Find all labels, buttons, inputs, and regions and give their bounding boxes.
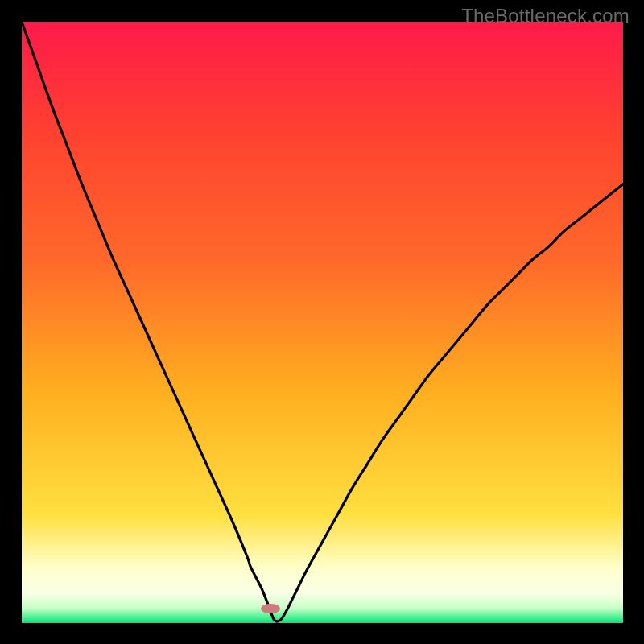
bottleneck-chart [22,22,623,623]
watermark-text: TheBottleneck.com [461,5,630,27]
chart-frame: TheBottleneck.com [0,0,644,644]
gradient-background [22,22,623,623]
minimum-marker [261,604,280,613]
